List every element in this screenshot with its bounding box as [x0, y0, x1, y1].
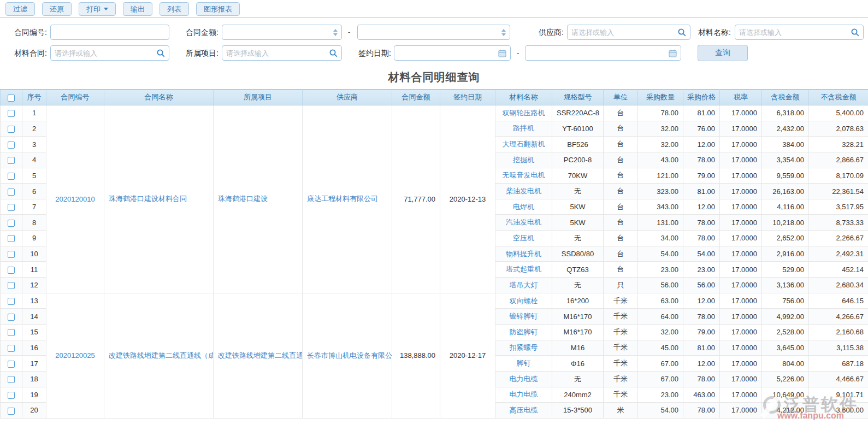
- graph-report-button[interactable]: 图形报表: [196, 2, 240, 16]
- contract-name-link[interactable]: 改建铁路线增建第二线直通线（成: [104, 293, 214, 418]
- purchase-price: 463.00: [683, 387, 720, 403]
- purchase-qty: 45.00: [638, 340, 683, 356]
- contract-no-link[interactable]: 2020120010: [46, 105, 104, 293]
- row-index: 12: [22, 278, 46, 293]
- spinner-down-icon[interactable]: [333, 33, 338, 36]
- tax-amount: 3,354.00: [762, 152, 809, 168]
- row-checkbox[interactable]: [8, 329, 15, 336]
- net-amount: 452.14: [809, 262, 868, 278]
- row-checkbox[interactable]: [8, 235, 15, 242]
- query-button[interactable]: 查询: [698, 45, 748, 61]
- row-checkbox[interactable]: [8, 204, 15, 211]
- material-name-link: 汽油发电机: [495, 215, 552, 231]
- contract-amount-min-wrap: [222, 25, 342, 40]
- tax-rate: 17.0000: [720, 293, 762, 309]
- unit: 千米: [604, 371, 638, 387]
- spec: M16: [552, 340, 604, 356]
- tax-rate: 17.0000: [720, 371, 762, 387]
- contract-no-input-wrap: [50, 25, 169, 40]
- material-name-link: 电力电缆: [495, 371, 552, 387]
- material-contract-input[interactable]: [55, 46, 154, 60]
- export-button[interactable]: 输出: [123, 2, 152, 16]
- row-checkbox[interactable]: [8, 173, 15, 180]
- material-name-input[interactable]: [739, 25, 848, 39]
- supplier-input[interactable]: [571, 25, 675, 39]
- row-checkbox[interactable]: [8, 157, 15, 164]
- project-link[interactable]: 珠海鹤港口建设: [214, 105, 303, 293]
- contract-no-input[interactable]: [55, 25, 165, 39]
- header-unit: 单位: [604, 90, 638, 105]
- project-input[interactable]: [226, 46, 327, 60]
- number-spinner[interactable]: [331, 29, 338, 36]
- supplier-label: 供应商:: [511, 25, 564, 40]
- row-checkbox[interactable]: [8, 142, 15, 149]
- row-checkbox[interactable]: [8, 189, 15, 196]
- row-checkbox[interactable]: [8, 345, 15, 352]
- row-checkbox[interactable]: [8, 392, 15, 399]
- row-checkbox[interactable]: [8, 110, 15, 117]
- row-checkbox[interactable]: [8, 314, 15, 321]
- search-icon[interactable]: [327, 49, 338, 57]
- material-name-link: 空压机: [495, 231, 552, 246]
- row-checkbox[interactable]: [8, 267, 15, 274]
- select-all-checkbox[interactable]: [8, 95, 15, 102]
- row-checkbox[interactable]: [8, 408, 15, 415]
- supplier-link[interactable]: 康达工程材料有限公司: [303, 105, 392, 293]
- spec: 无: [552, 371, 604, 387]
- spec: BF526: [552, 137, 604, 152]
- row-index: 3: [22, 137, 46, 152]
- row-index: 13: [22, 293, 46, 309]
- sign-date-start-input[interactable]: [398, 46, 496, 60]
- net-amount: 9,101.71: [809, 387, 868, 403]
- purchase-qty: 32.00: [638, 121, 683, 137]
- list-view-button[interactable]: 列表: [160, 2, 189, 16]
- search-icon[interactable]: [675, 28, 686, 37]
- row-checkbox[interactable]: [8, 298, 15, 305]
- project-link[interactable]: 改建铁路线增建第二线直通: [214, 293, 303, 418]
- purchase-qty: 63.00: [638, 293, 683, 309]
- row-checkbox[interactable]: [8, 376, 15, 383]
- contract-no-link[interactable]: 2020120025: [46, 293, 104, 418]
- row-checkbox[interactable]: [8, 126, 15, 133]
- tax-amount: 756.00: [762, 293, 809, 309]
- contract-amount-max-input[interactable]: [362, 25, 499, 39]
- row-index: 1: [22, 105, 46, 121]
- restore-button[interactable]: 还原: [42, 2, 72, 16]
- purchase-qty: 23.00: [638, 262, 683, 278]
- unit: 只: [604, 278, 638, 293]
- calendar-icon[interactable]: [496, 49, 506, 57]
- row-checkbox[interactable]: [8, 361, 15, 368]
- sign-date-end-input[interactable]: [529, 46, 666, 60]
- purchase-price: 12.00: [683, 356, 720, 372]
- row-checkbox[interactable]: [8, 251, 15, 258]
- purchase-price: 78.00: [683, 152, 720, 168]
- spinner-up-icon[interactable]: [501, 29, 506, 32]
- row-index: 7: [22, 199, 46, 215]
- spinner-up-icon[interactable]: [333, 29, 338, 32]
- header-purchase-price: 采购价格: [683, 90, 720, 105]
- unit: 台: [604, 137, 638, 152]
- contract-amount-min-input[interactable]: [226, 25, 331, 39]
- calendar-icon[interactable]: [666, 49, 677, 57]
- purchase-price: 81.00: [683, 340, 720, 356]
- tax-rate: 17.0000: [720, 199, 762, 215]
- row-checkbox-cell: [1, 309, 22, 325]
- spec: SSD80/80: [552, 246, 604, 262]
- print-button[interactable]: 打印: [79, 2, 116, 16]
- row-index: 2: [22, 121, 46, 137]
- row-checkbox-cell: [1, 293, 22, 309]
- row-checkbox[interactable]: [8, 220, 15, 227]
- number-spinner[interactable]: [499, 29, 506, 36]
- filter-button[interactable]: 过滤: [5, 2, 35, 16]
- spinner-down-icon[interactable]: [501, 33, 506, 36]
- search-icon[interactable]: [154, 49, 165, 57]
- row-index: 8: [22, 215, 46, 231]
- row-checkbox-cell: [1, 278, 22, 293]
- search-icon[interactable]: [848, 28, 859, 37]
- sign-date-end-wrap: [525, 45, 681, 61]
- row-checkbox-cell: [1, 215, 22, 231]
- contract-name-link[interactable]: 珠海鹤港口建设材料合同: [104, 105, 214, 293]
- list-view-button-label: 列表: [167, 4, 181, 14]
- supplier-link[interactable]: 长春市博山机电设备有限公: [303, 293, 392, 418]
- row-checkbox[interactable]: [8, 282, 15, 289]
